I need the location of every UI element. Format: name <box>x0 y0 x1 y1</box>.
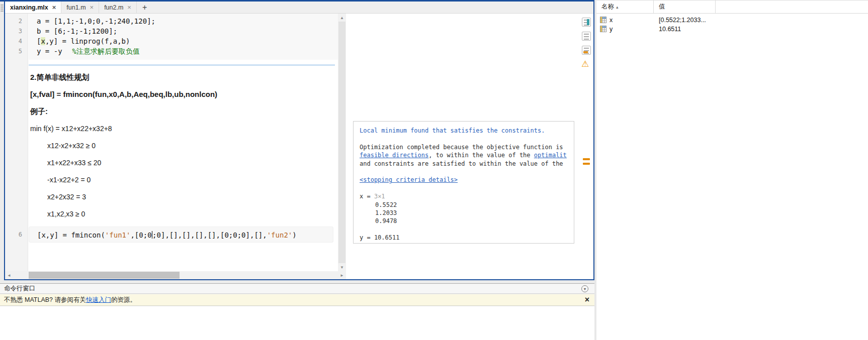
tab-xianxing-mlx[interactable]: xianxing.mlx × <box>5 2 61 13</box>
column-header-label: 名称 <box>601 3 614 10</box>
drag-handle-icon[interactable] <box>1 4 4 12</box>
editor-body: 2 3 4 5 6 a = [1,1;-1,0;0,-1;240,120]; b… <box>5 14 593 279</box>
matrix-variable-icon <box>600 26 606 32</box>
text-syntax[interactable]: [x,fval] = fmincon(fun,x0,A,b,Aeq,beq,lb… <box>30 90 217 99</box>
text-constraint-2[interactable]: x1+x22+x33 ≤ 20 <box>47 158 101 167</box>
scroll-right-icon[interactable]: ► <box>338 271 346 279</box>
vertical-scroll-thumb[interactable] <box>338 22 345 263</box>
variable-value: [0.5522;1.2033... <box>659 16 706 25</box>
code-block-1[interactable]: a = [1,1;-1,0;0,-1;240,120]; b = [6;-1;-… <box>29 14 338 60</box>
text-constraint-1[interactable]: x12-x2+x32 ≥ 0 <box>47 141 96 150</box>
text-heading[interactable]: 2.简单非线性规划 <box>30 73 90 82</box>
output-blank-line <box>360 184 574 192</box>
tab-close-icon[interactable]: × <box>127 4 131 11</box>
output-blank-line <box>360 168 574 176</box>
output-inline-icon[interactable] <box>582 18 591 27</box>
variable-name: y <box>610 25 613 34</box>
new-tab-button[interactable]: + <box>137 2 152 13</box>
output-y-line: y = 10.6511 <box>360 234 574 242</box>
scroll-down-icon[interactable]: ▼ <box>338 263 346 271</box>
sort-asc-icon: ▴ <box>616 5 619 10</box>
tab-close-icon[interactable]: × <box>90 4 94 11</box>
string-literal: 'fun1' <box>105 231 131 239</box>
text-example-label[interactable]: 例子: <box>30 107 48 116</box>
column-header-label: 值 <box>659 3 665 10</box>
stopping-criteria-link[interactable]: <stopping criteria details> <box>360 176 458 183</box>
text-constraint-4[interactable]: x2+2x32 = 3 <box>47 192 86 201</box>
workspace-panel: 名称▴ 值 x [0.5522;1.2033... y 10.6511 <box>596 0 868 340</box>
workspace-header: 名称▴ 值 <box>596 1 868 14</box>
highlighted-variable: x <box>41 37 45 45</box>
live-editor-window: xianxing.mlx × fun1.m × fun2.m × + 2 3 4… <box>4 0 594 280</box>
output-blank-line <box>360 135 574 143</box>
output-text-span: , to within the value of the <box>428 152 534 159</box>
output-x-value: 0.5522 <box>360 201 574 209</box>
tab-label: xianxing.mlx <box>10 4 48 11</box>
code-text: [x,y] = fmincon( <box>37 231 105 239</box>
output-box[interactable]: Local minimum found that satisfies the c… <box>353 121 574 244</box>
tab-label: fun2.m <box>104 4 123 11</box>
output-on-right-icon[interactable] <box>582 32 591 41</box>
text-objective[interactable]: min f(x) = x12+x22+x32+8 <box>30 124 112 133</box>
code-block-2[interactable]: [x,y] = fmincon('fun1',[0;0;0],[],[],[],… <box>29 226 333 243</box>
document-pane[interactable]: 2 3 4 5 6 a = [1,1;-1,0;0,-1;240,120]; b… <box>5 14 338 271</box>
tab-fun2-m[interactable]: fun2.m × <box>99 2 137 13</box>
tab-close-icon[interactable]: × <box>52 4 56 11</box>
collapse-chevron-icon[interactable]: ▾ <box>581 285 588 292</box>
vertical-scrollbar[interactable]: ▲ ▼ <box>338 14 346 271</box>
string-literal: 'fun2' <box>267 231 293 239</box>
text-constraint-3[interactable]: -x1-x22+2 = 0 <box>47 175 91 184</box>
quick-start-link[interactable]: 快速入门 <box>86 296 111 303</box>
code-text: ,y] = linprog(f,a,b) <box>45 37 130 45</box>
section-break-line <box>29 65 335 65</box>
output-x-label: x = <box>360 193 374 200</box>
matrix-variable-icon <box>600 17 606 23</box>
banner-close-icon[interactable]: × <box>585 294 589 305</box>
code-text: ) <box>292 231 296 239</box>
line-number: 4 <box>5 36 22 46</box>
command-window-content[interactable] <box>0 306 594 340</box>
code-line-4[interactable]: [x,y] = linprog(f,a,b) <box>37 36 338 46</box>
tab-fun1-m[interactable]: fun1.m × <box>61 2 99 13</box>
horizontal-scroll-thumb[interactable] <box>29 272 180 279</box>
output-message: Local minimum found that satisfies the c… <box>360 127 574 135</box>
editor-tab-bar: xianxing.mlx × fun1.m × fun2.m × + <box>5 2 593 14</box>
command-window-titlebar[interactable]: 命令行窗口 ▾ <box>0 283 594 294</box>
scroll-left-icon[interactable]: ◄ <box>5 271 13 279</box>
getting-started-banner: 不熟悉 MATLAB? 请参阅有关快速入门的资源。 × <box>0 294 594 306</box>
code-line-5[interactable]: y = -y%注意求解后要取负值 <box>37 46 338 56</box>
output-text: feasible directions, to within the value… <box>360 151 574 159</box>
horizontal-scrollbar[interactable]: ◄ ► <box>5 271 346 279</box>
output-x-value: 0.9478 <box>360 217 574 225</box>
line-number: 5 <box>5 46 22 56</box>
code-text: ,[0;0 <box>130 231 151 239</box>
optimality-tolerance-link[interactable]: optimalit <box>534 152 567 159</box>
scroll-marker[interactable] <box>583 158 590 160</box>
output-text: Optimization completed because the objec… <box>360 143 574 151</box>
code-line-2[interactable]: a = [1,1;-1,0;0,-1;240,120]; <box>37 16 338 26</box>
text-constraint-5[interactable]: x1,x2,x3 ≥ 0 <box>47 209 85 218</box>
column-header-value[interactable]: 值 <box>654 1 716 13</box>
banner-text: 不熟悉 MATLAB? 请参阅有关 <box>4 296 86 303</box>
scroll-marker[interactable] <box>583 163 590 165</box>
output-pane: Local minimum found that satisfies the c… <box>347 14 577 271</box>
workspace-row-x[interactable]: x [0.5522;1.2033... <box>596 16 868 25</box>
command-window-title: 命令行窗口 <box>4 285 36 292</box>
hide-code-icon[interactable] <box>582 46 591 55</box>
output-text: and constraints are satisfied to within … <box>360 160 574 168</box>
output-x-dimensions: 3×1 <box>374 193 385 200</box>
output-x-header: x = 3×1 <box>360 192 574 200</box>
code-text: y = -y <box>37 47 62 55</box>
variable-name: x <box>610 16 613 25</box>
line-number-gutter: 2 3 4 5 6 <box>5 14 28 271</box>
workspace-variable-list: x [0.5522;1.2033... y 10.6511 <box>596 16 868 34</box>
workspace-row-y[interactable]: y 10.6511 <box>596 25 868 34</box>
matlab-desktop: xianxing.mlx × fun1.m × fun2.m × + 2 3 4… <box>0 0 868 340</box>
column-header-name[interactable]: 名称▴ <box>596 1 654 13</box>
code-line-3[interactable]: b = [6;-1;-1;1200]; <box>37 26 338 36</box>
feasible-directions-link[interactable]: feasible directions <box>360 152 428 159</box>
warning-icon[interactable]: ⚠ <box>581 59 589 69</box>
scroll-up-icon[interactable]: ▲ <box>338 14 346 22</box>
code-line-6[interactable]: [x,y] = fmincon('fun1',[0;0;0],[],[],[],… <box>37 230 333 240</box>
tab-label: fun1.m <box>66 4 85 11</box>
